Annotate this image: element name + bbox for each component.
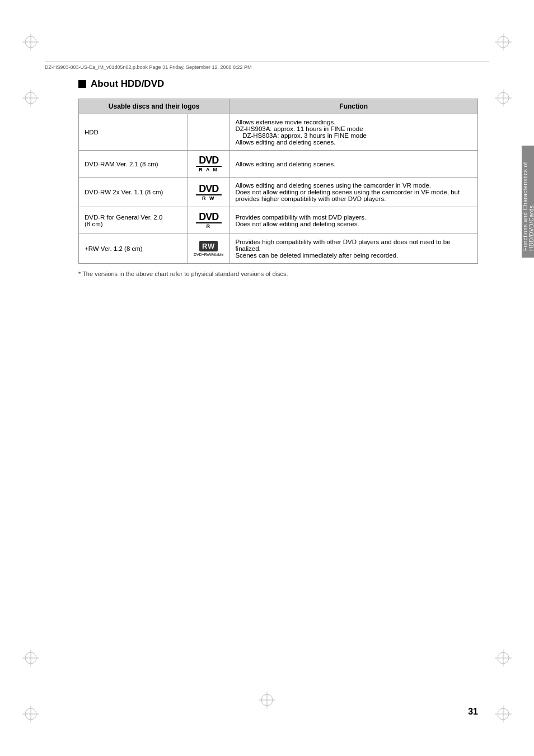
plus-rw-logo: RW DVD+ReWritable [194, 241, 223, 256]
disc-table: Usable discs and their logos Function HD… [78, 99, 478, 264]
dvd-ram-logo: DVD R A M [196, 155, 222, 172]
disc-function-hdd: Allows extensive movie recordings. DZ-HS… [229, 114, 478, 151]
disc-logo-hdd [188, 114, 229, 151]
disc-function-dvdram: Allows editing and deleting scenes. [229, 151, 478, 178]
disc-name-plusrw: +RW Ver. 1.2 (8 cm) [79, 234, 188, 264]
main-content: About HDD/DVD Usable discs and their log… [78, 78, 478, 700]
reg-mark-bmr [495, 650, 512, 666]
reg-mark-tml [22, 90, 39, 106]
table-row: HDD Allows extensive movie recordings. D… [79, 114, 478, 151]
table-row: +RW Ver. 1.2 (8 cm) RW DVD+ReWritable Pr… [79, 234, 478, 264]
page-number: 31 [468, 707, 478, 717]
dvd-r-logo: DVD R [196, 212, 222, 229]
disc-name-dvdrw: DVD-RW 2x Ver. 1.1 (8 cm) [79, 178, 188, 207]
title-square-icon [78, 80, 86, 88]
disc-function-plusrw: Provides high compatibility with other D… [229, 234, 478, 264]
section-title-text: About HDD/DVD [91, 78, 164, 90]
side-tab: Functions and Characteristics of HDD/DVD… [522, 146, 534, 258]
header-file-info: DZ-HS903-803-US-Ea_IM_v01d05n02.p.book P… [45, 62, 489, 70]
reg-mark-tl [22, 34, 39, 50]
table-row: DVD-RW 2x Ver. 1.1 (8 cm) DVD R W Allows… [79, 178, 478, 207]
disc-function-dvdrw: Allows editing and deleting scenes using… [229, 178, 478, 207]
disc-logo-dvdram: DVD R A M [188, 151, 229, 178]
disc-name-hdd: HDD [79, 114, 188, 151]
reg-mark-bl [22, 706, 39, 722]
table-row: DVD-RAM Ver. 2.1 (8 cm) DVD R A M Allows… [79, 151, 478, 178]
col-function-header: Function [229, 99, 478, 114]
reg-mark-tr [495, 34, 512, 50]
reg-mark-br [495, 706, 512, 722]
section-title: About HDD/DVD [78, 78, 478, 90]
reg-mark-bml [22, 650, 39, 666]
reg-mark-tmr [495, 90, 512, 106]
col-discs-header: Usable discs and their logos [79, 99, 229, 114]
disc-name-dvdr: DVD-R for General Ver. 2.0(8 cm) [79, 207, 188, 234]
table-row: DVD-R for General Ver. 2.0(8 cm) DVD R P… [79, 207, 478, 234]
disc-function-dvdr: Provides compatibility with most DVD pla… [229, 207, 478, 234]
disc-logo-dvdrw: DVD R W [188, 178, 229, 207]
disc-logo-plusrw: RW DVD+ReWritable [188, 234, 229, 264]
disc-logo-dvdr: DVD R [188, 207, 229, 234]
footnote: * The versions in the above chart refer … [78, 270, 478, 277]
dvd-rw-logo: DVD R W [196, 184, 222, 201]
disc-name-dvdram: DVD-RAM Ver. 2.1 (8 cm) [79, 151, 188, 178]
